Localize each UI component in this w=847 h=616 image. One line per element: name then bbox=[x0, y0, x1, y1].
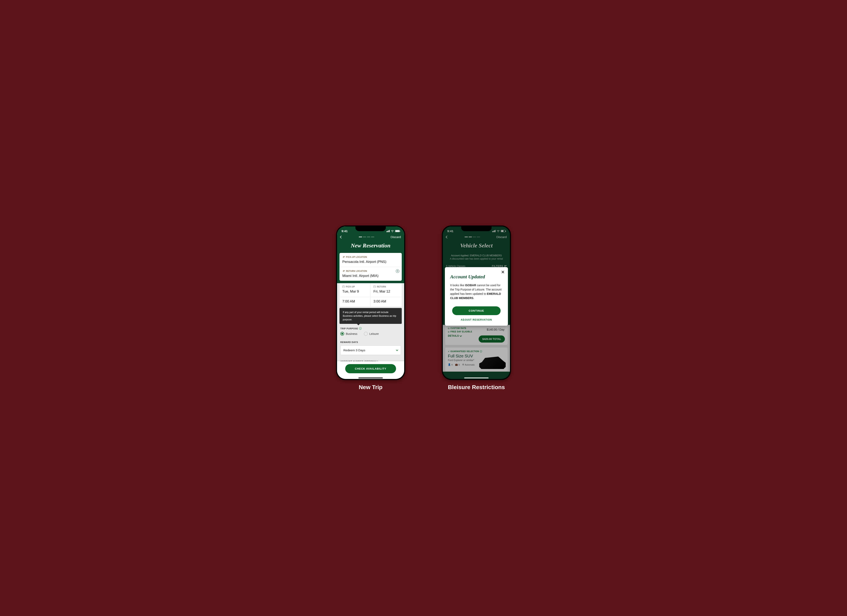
continue-button[interactable]: CONTINUE bbox=[452, 307, 500, 315]
pickup-time-field[interactable]: 7:00 AM bbox=[339, 297, 370, 307]
phone-right: 9:41 bbox=[442, 225, 511, 380]
pickup-date-field[interactable]: PICK-UP Tue, Mar 9 bbox=[339, 283, 370, 297]
location-card: PICK-UP LOCATION Pensacola Intl. Airport… bbox=[339, 253, 402, 281]
chevron-down-icon bbox=[396, 349, 398, 351]
status-icons bbox=[387, 230, 400, 232]
wifi-icon bbox=[391, 230, 394, 232]
account-number-label: ACCOUNT NUMBER (OPTIONAL) bbox=[337, 357, 404, 361]
pickup-location-field[interactable]: PICK-UP LOCATION Pensacola Intl. Airport… bbox=[339, 253, 402, 267]
return-value: Miami Intl. Airport (MIA) bbox=[342, 274, 399, 278]
radio-icon bbox=[340, 332, 344, 336]
nav-bar: Discard bbox=[337, 234, 404, 240]
reward-days-select[interactable]: Redeem 3 Days bbox=[340, 345, 401, 355]
return-label: RETURN LOCATION bbox=[342, 270, 399, 272]
account-updated-modal: ✕ Account Updated It looks like ISOBAR c… bbox=[445, 267, 508, 326]
caption-left: New Trip bbox=[359, 384, 383, 391]
pickup-value: Pensacola Intl. Airport (PNS) bbox=[342, 260, 399, 264]
return-time-value: 3:00 AM bbox=[373, 299, 399, 304]
pickup-date-value: Tue, Mar 9 bbox=[342, 289, 367, 293]
pickup-time-value: 7:00 AM bbox=[342, 299, 367, 304]
discard-button[interactable]: Discard bbox=[391, 235, 401, 239]
caption-right: Bleisure Restrictions bbox=[448, 384, 505, 391]
back-button[interactable] bbox=[340, 236, 343, 238]
trip-purpose-tooltip: If any part of your rental period will i… bbox=[339, 308, 402, 324]
header: 9:41 Discard bbox=[337, 227, 404, 283]
pickup-label: PICK-UP LOCATION bbox=[342, 256, 399, 258]
date-card: PICK-UP Tue, Mar 9 RETURN Fri, Mar 12 7:… bbox=[339, 283, 402, 307]
radio-business[interactable]: Business bbox=[340, 332, 357, 336]
battery-icon bbox=[395, 230, 400, 232]
modal-body: It looks like ISOBAR cannot be used for … bbox=[450, 283, 503, 300]
radio-icon bbox=[364, 332, 368, 336]
return-time-field[interactable]: 3:00 AM bbox=[370, 297, 402, 307]
return-date-value: Fri, Mar 12 bbox=[373, 289, 399, 293]
scroll-area[interactable]: PICK-UP Tue, Mar 9 RETURN Fri, Mar 12 7:… bbox=[337, 283, 404, 361]
status-time: 9:41 bbox=[341, 229, 348, 233]
reward-days-value: Redeem 3 Days bbox=[343, 348, 365, 352]
cellular-icon bbox=[387, 230, 390, 232]
trip-purpose-label: TRIP PURPOSE i bbox=[337, 324, 404, 332]
page-title: New Reservation bbox=[337, 240, 404, 253]
radio-leisure[interactable]: Leisure bbox=[364, 332, 379, 336]
clear-return-button[interactable]: ✕ bbox=[396, 270, 399, 273]
calendar-icon bbox=[373, 286, 376, 288]
info-icon[interactable]: i bbox=[359, 327, 362, 330]
return-date-field[interactable]: RETURN Fri, Mar 12 bbox=[370, 283, 402, 297]
check-availability-button[interactable]: CHECK AVAILABILITY bbox=[345, 364, 396, 373]
adjust-reservation-button[interactable]: ADJUST RESERVATION bbox=[450, 318, 503, 321]
home-indicator bbox=[464, 377, 488, 378]
device-notch bbox=[356, 225, 386, 231]
modal-close-button[interactable]: ✕ bbox=[501, 270, 505, 274]
reward-days-label: REWARD DAYS bbox=[337, 338, 404, 345]
plane-icon bbox=[342, 256, 345, 258]
plane-icon bbox=[342, 270, 345, 272]
progress-indicator bbox=[359, 237, 374, 237]
trip-purpose-radio-group: Business Leisure bbox=[337, 332, 404, 338]
calendar-icon bbox=[342, 286, 345, 288]
modal-title: Account Updated bbox=[450, 274, 503, 280]
phone-left: 9:41 Discard bbox=[336, 225, 405, 380]
footer: CHECK AVAILABILITY bbox=[337, 361, 404, 379]
home-indicator bbox=[359, 377, 383, 378]
device-notch bbox=[461, 225, 491, 231]
return-location-field[interactable]: RETURN LOCATION Miami Intl. Airport (MIA… bbox=[339, 267, 402, 281]
